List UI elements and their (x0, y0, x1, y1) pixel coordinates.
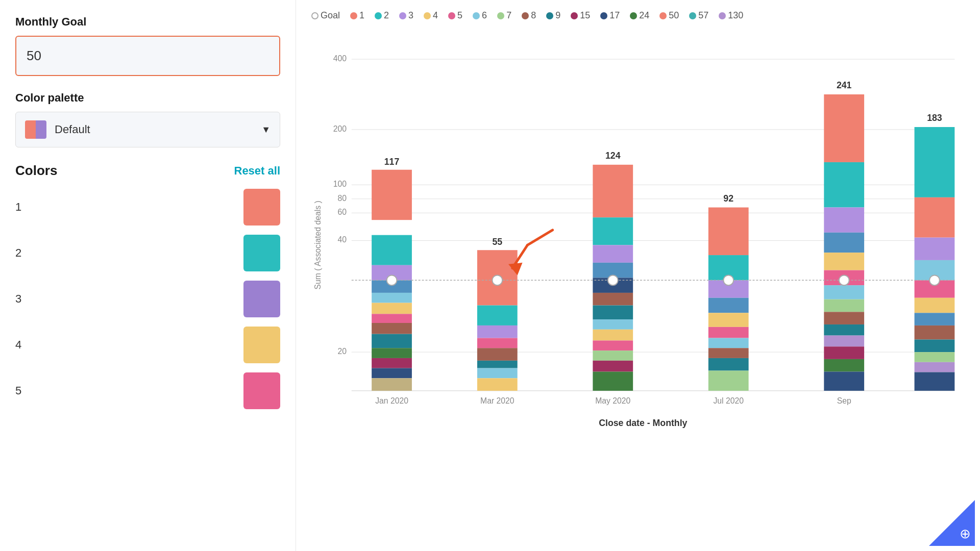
palette-dropdown[interactable]: Default ▼ (15, 112, 280, 147)
color-palette-label: Color palette (15, 91, 280, 105)
bar-sep-segment-dkgreen (824, 359, 864, 372)
bar-last-segment-blue (915, 313, 955, 325)
watermark-icon: ⊕ (960, 526, 971, 542)
x-tick-may: May 2020 (595, 396, 630, 405)
y-axis-label: Sum ( Associated deals ) (313, 201, 322, 289)
x-tick-jan: Jan 2020 (375, 396, 408, 405)
bar-mar-segment-lightblue (477, 368, 518, 379)
bar-may-segment-maroon (593, 361, 633, 372)
reset-all-button[interactable]: Reset all (234, 164, 281, 178)
bar-last-segment-lavender (915, 362, 955, 372)
bar-value-last: 183 (927, 113, 942, 123)
monthly-goal-label: Monthly Goal (15, 15, 280, 29)
bar-jul-segment-brown (708, 348, 749, 358)
color-number-3: 3 (15, 292, 36, 306)
color-number-1: 1 (15, 201, 36, 214)
color-swatch-5[interactable] (243, 372, 280, 409)
bar-sep-segment-amber (824, 253, 864, 270)
bar-may-segment-lightblue (593, 319, 633, 330)
legend-label-15: 15 (580, 10, 590, 21)
left-panel: Monthly Goal 50 Color palette Default ▼ … (0, 0, 296, 551)
legend-dot-goal (311, 12, 318, 19)
legend-label-8: 8 (531, 10, 536, 21)
bar-sep-segment-blue (824, 233, 864, 253)
y-tick-100: 100 (333, 180, 347, 188)
legend-label-2: 2 (384, 10, 389, 21)
legend-item-7: 7 (497, 10, 511, 21)
bar-last-segment-navy (915, 372, 955, 390)
color-row-2: 2 (15, 235, 280, 271)
bar-jan-segment-pink (372, 314, 412, 323)
y-tick-200: 200 (333, 124, 347, 133)
color-number-5: 5 (15, 384, 36, 397)
color-swatch-2[interactable] (243, 235, 280, 271)
bar-sep-segment-teal (824, 162, 864, 208)
bar-mar-segment-darkteal (477, 361, 518, 368)
legend-label-57: 57 (698, 10, 708, 21)
legend-item-57: 57 (689, 10, 708, 21)
y-tick-20: 20 (337, 347, 347, 356)
bar-jul-segment-main (708, 208, 749, 256)
x-tick-mar: Mar 2020 (480, 396, 514, 405)
bar-last-segment-teal (915, 127, 955, 197)
bar-jan-segment-tan (372, 378, 412, 391)
bar-jan-segment-amber (372, 303, 412, 314)
bar-last-segment-darkteal (915, 339, 955, 352)
goal-dot-3 (608, 275, 618, 285)
color-row-3: 3 (15, 281, 280, 317)
arrow-tail (527, 230, 552, 245)
color-swatch-1[interactable] (243, 189, 280, 226)
color-row-5: 5 (15, 372, 280, 409)
legend-label-5: 5 (457, 10, 462, 21)
bar-value-jul: 92 (723, 193, 733, 204)
legend-item-goal: Goal (311, 10, 340, 21)
y-tick-60: 60 (337, 208, 347, 216)
legend-item-8: 8 (522, 10, 536, 21)
watermark: ⊕ (929, 500, 975, 546)
bar-may-segment-amber (593, 330, 633, 341)
bar-jan-segment-darkteal (372, 334, 412, 348)
legend-dot-9 (546, 12, 553, 19)
bar-jul-segment-darkteal (708, 358, 749, 371)
bar-may-segment-green (593, 350, 633, 361)
legend-label-1: 1 (359, 10, 364, 21)
color-swatch-4[interactable] (243, 327, 280, 363)
x-tick-jul: Jul 2020 (713, 396, 744, 405)
bar-value-sep: 241 (837, 80, 852, 90)
goal-dot-2 (492, 275, 502, 285)
bar-mar-segment-brown (477, 348, 518, 361)
legend-label-3: 3 (408, 10, 413, 21)
bar-may-segment-main (593, 165, 633, 217)
legend-dot-1 (350, 12, 357, 19)
legend-item-5: 5 (448, 10, 462, 21)
legend-dot-17 (600, 12, 607, 19)
legend-item-4: 4 (424, 10, 438, 21)
bar-may-segment-purple (593, 245, 633, 262)
bar-mar-segment-amber (477, 378, 518, 391)
bar-jul-segment-amber (708, 313, 749, 327)
legend-dot-50 (659, 12, 667, 19)
bar-last-segment-purple (915, 238, 955, 260)
bar-sep-segment-darkteal (824, 324, 864, 336)
y-tick-40: 40 (337, 235, 347, 244)
bar-sep-segment-purple (824, 208, 864, 233)
legend-label-9: 9 (555, 10, 560, 21)
bar-jul-segment-green (708, 371, 749, 391)
legend-dot-5 (448, 12, 455, 19)
bar-sep-segment-lightgreen (824, 299, 864, 312)
legend-label-50: 50 (669, 10, 679, 21)
bar-last-segment-brown (915, 325, 955, 340)
bar-value-jan: 117 (384, 157, 400, 167)
bar-jan-segment-maroon (372, 358, 412, 368)
bar-sep-segment-lightblue (824, 285, 864, 299)
color-swatch-3[interactable] (243, 281, 280, 317)
monthly-goal-input[interactable]: 50 (15, 36, 280, 76)
colors-label: Colors (15, 163, 57, 179)
legend-label-4: 4 (433, 10, 438, 21)
chart-svg: Sum ( Associated deals ) 400 200 100 80 … (311, 29, 965, 478)
x-axis-label: Close date - Monthly (599, 418, 687, 428)
bar-sep-segment-maroon (824, 346, 864, 359)
legend-item-50: 50 (659, 10, 679, 21)
legend-dot-57 (689, 12, 696, 19)
bar-last-segment-amber (915, 298, 955, 313)
